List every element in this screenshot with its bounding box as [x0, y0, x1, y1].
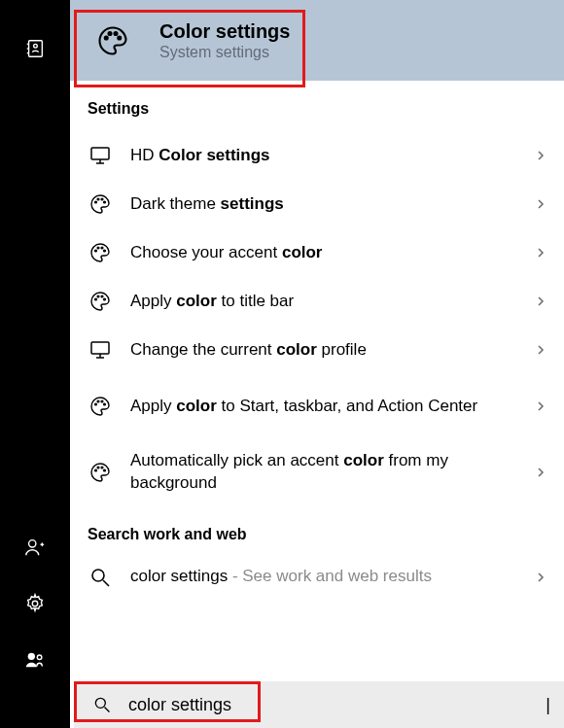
- svg-point-36: [104, 403, 106, 405]
- palette-icon: [88, 460, 113, 485]
- chevron-right-icon: [531, 397, 550, 416]
- web-section-header: Search work and web: [70, 506, 564, 557]
- svg-point-29: [104, 298, 106, 300]
- svg-point-43: [95, 698, 105, 708]
- chevron-right-icon: [531, 568, 550, 587]
- svg-point-20: [101, 198, 103, 200]
- palette-icon: [88, 191, 113, 217]
- svg-point-28: [101, 295, 103, 297]
- chevron-right-icon: [531, 463, 550, 482]
- svg-point-22: [95, 250, 97, 252]
- svg-point-12: [109, 32, 112, 35]
- notebook-icon[interactable]: [23, 37, 47, 60]
- result-auto-accent-color[interactable]: Automatically pick an accent color from …: [70, 438, 564, 506]
- svg-point-11: [105, 36, 108, 39]
- svg-point-4: [34, 44, 38, 48]
- best-match-title: Color settings: [159, 19, 290, 44]
- best-match-subtitle: System settings: [159, 44, 290, 61]
- palette-icon: [88, 394, 113, 419]
- svg-point-21: [104, 201, 106, 203]
- search-results-panel: Color settings System settings Settings …: [70, 0, 564, 728]
- result-label: color settings - See work and web result…: [130, 566, 531, 588]
- result-label: Apply color to Start, taskbar, and Actio…: [130, 396, 531, 418]
- svg-point-25: [104, 250, 106, 252]
- svg-point-14: [118, 36, 121, 39]
- result-color-title-bar[interactable]: Apply color to title bar: [70, 277, 564, 326]
- svg-point-40: [104, 469, 106, 471]
- svg-point-35: [101, 400, 103, 402]
- svg-point-27: [97, 295, 99, 297]
- svg-point-5: [29, 540, 36, 547]
- chevron-right-icon: [531, 340, 550, 360]
- settings-section-header: Settings: [70, 81, 564, 131]
- svg-point-38: [97, 467, 99, 468]
- svg-line-44: [105, 708, 110, 712]
- palette-icon: [88, 289, 113, 314]
- svg-point-8: [32, 601, 38, 607]
- svg-point-33: [95, 403, 97, 405]
- svg-rect-0: [29, 41, 43, 57]
- search-icon: [88, 565, 113, 590]
- result-dark-theme-settings[interactable]: Dark theme settings: [70, 180, 564, 228]
- svg-point-37: [95, 469, 97, 471]
- result-web-color-settings[interactable]: color settings - See work and web result…: [70, 557, 564, 604]
- svg-point-24: [101, 247, 103, 249]
- search-input[interactable]: [128, 695, 549, 715]
- svg-point-13: [115, 32, 118, 35]
- search-icon: [91, 694, 113, 715]
- svg-line-42: [103, 580, 109, 586]
- settings-gear-icon[interactable]: [23, 592, 47, 615]
- svg-point-23: [97, 247, 99, 249]
- svg-point-18: [95, 201, 97, 203]
- palette-icon: [93, 21, 132, 60]
- result-label: Change the current color profile: [130, 339, 531, 362]
- svg-point-41: [92, 570, 104, 581]
- svg-point-10: [37, 655, 42, 660]
- best-match-result[interactable]: Color settings System settings: [70, 0, 564, 81]
- settings-results-list: HD Color settings Dark theme settings: [70, 131, 564, 506]
- svg-rect-30: [91, 342, 109, 354]
- result-label: HD Color settings: [130, 145, 531, 167]
- result-label: Automatically pick an accent color from …: [130, 450, 531, 495]
- monitor-icon: [88, 143, 113, 168]
- chevron-right-icon: [531, 146, 550, 165]
- result-label: Dark theme settings: [130, 193, 531, 216]
- add-person-icon[interactable]: [23, 536, 47, 559]
- palette-icon: [88, 240, 113, 265]
- chevron-right-icon: [531, 292, 550, 311]
- result-choose-accent-color[interactable]: Choose your accent color: [70, 228, 564, 277]
- result-label: Choose your accent color: [130, 242, 531, 264]
- feedback-icon[interactable]: [23, 648, 47, 672]
- result-change-color-profile[interactable]: Change the current color profile: [70, 326, 564, 374]
- result-color-start-taskbar[interactable]: Apply color to Start, taskbar, and Actio…: [70, 374, 564, 438]
- svg-point-34: [97, 400, 99, 402]
- result-hd-color-settings[interactable]: HD Color settings: [70, 131, 564, 180]
- search-box[interactable]: |: [74, 681, 564, 728]
- chevron-right-icon: [531, 243, 550, 262]
- result-label: Apply color to title bar: [130, 291, 531, 313]
- svg-rect-15: [91, 148, 109, 159]
- caret: |: [546, 695, 550, 715]
- chevron-right-icon: [531, 194, 550, 214]
- svg-point-9: [28, 653, 35, 660]
- svg-point-19: [97, 198, 99, 200]
- cortana-rail: [0, 0, 70, 728]
- svg-point-26: [95, 298, 97, 300]
- monitor-icon: [88, 337, 113, 363]
- svg-point-39: [101, 467, 103, 468]
